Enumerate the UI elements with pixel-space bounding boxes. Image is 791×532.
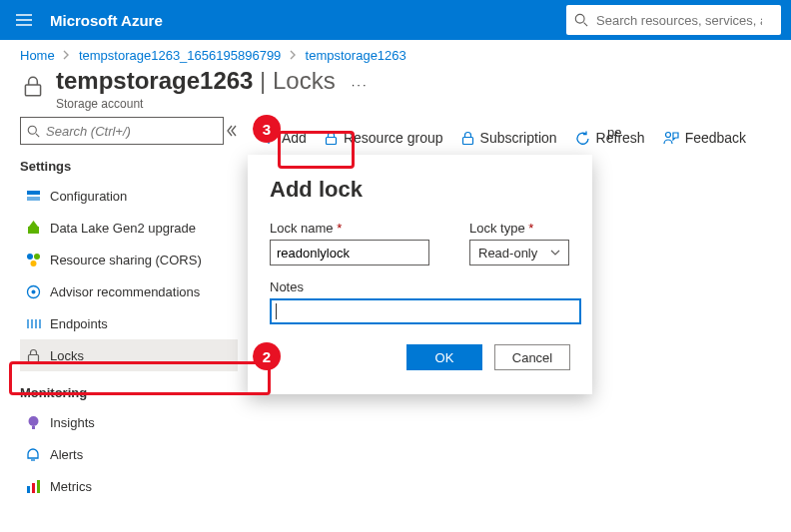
svg-rect-5 bbox=[25, 85, 40, 96]
svg-rect-26 bbox=[32, 483, 35, 493]
notes-label: Notes bbox=[270, 279, 570, 294]
sidebar-item-locks[interactable]: Locks bbox=[20, 339, 238, 371]
sidebar-search-input[interactable] bbox=[44, 123, 217, 140]
brand-label: Microsoft Azure bbox=[50, 12, 163, 29]
breadcrumb: Home tempstorage1263_1656195896799 temps… bbox=[0, 40, 791, 67]
global-search-input[interactable] bbox=[594, 12, 764, 29]
chevron-down-icon bbox=[550, 250, 560, 256]
callout-badge-2: 2 bbox=[253, 342, 281, 370]
alerts-icon bbox=[22, 447, 44, 461]
svg-point-3 bbox=[575, 14, 584, 23]
main-content: Add Resource group Subscription Refresh … bbox=[238, 117, 791, 502]
svg-rect-21 bbox=[28, 354, 38, 361]
svg-point-14 bbox=[30, 261, 36, 266]
subscription-button[interactable]: Subscription bbox=[461, 130, 557, 146]
svg-marker-11 bbox=[29, 221, 38, 227]
search-icon bbox=[27, 125, 40, 138]
sidebar-item-cors[interactable]: Resource sharing (CORS) bbox=[20, 244, 238, 275]
svg-point-22 bbox=[28, 416, 38, 426]
cancel-button[interactable]: Cancel bbox=[494, 344, 570, 370]
sidebar-item-label: Data Lake Gen2 upgrade bbox=[50, 221, 196, 236]
sidebar-item-label: Insights bbox=[50, 415, 95, 430]
collapse-sidebar-icon[interactable] bbox=[226, 117, 238, 145]
resource-sidebar: Settings Configuration Data Lake Gen2 up… bbox=[20, 117, 238, 502]
sidebar-item-alerts[interactable]: Alerts bbox=[20, 438, 238, 470]
lockname-label: Lock name * bbox=[270, 221, 429, 236]
feedback-button[interactable]: Feedback bbox=[663, 130, 746, 146]
lock-icon bbox=[325, 131, 338, 146]
lock-icon bbox=[461, 131, 474, 146]
sidebar-item-endpoints[interactable]: Endpoints bbox=[20, 307, 238, 339]
page-title-row: tempstorage1263 | Locks Storage account … bbox=[0, 67, 791, 117]
type-column-hint: pe bbox=[607, 125, 621, 140]
svg-rect-25 bbox=[27, 486, 30, 493]
search-icon bbox=[574, 13, 588, 27]
svg-rect-27 bbox=[37, 480, 40, 493]
svg-point-13 bbox=[34, 254, 40, 260]
sidebar-item-label: Configuration bbox=[50, 189, 127, 204]
sidebar-item-insights[interactable]: Insights bbox=[20, 406, 238, 438]
ok-button[interactable]: OK bbox=[406, 344, 482, 370]
svg-line-4 bbox=[584, 23, 588, 27]
advisor-icon bbox=[22, 284, 44, 299]
lock-icon bbox=[22, 348, 44, 363]
sidebar-item-label: Advisor recommendations bbox=[50, 284, 200, 299]
sidebar-item-label: Locks bbox=[50, 348, 84, 363]
svg-point-12 bbox=[27, 254, 33, 260]
hamburger-icon[interactable] bbox=[10, 14, 38, 26]
breadcrumb-leaf[interactable]: tempstorage1263 bbox=[306, 48, 406, 63]
sidebar-item-configuration[interactable]: Configuration bbox=[20, 180, 238, 212]
lock-icon bbox=[20, 73, 46, 102]
section-header-settings: Settings bbox=[20, 159, 238, 174]
svg-point-32 bbox=[665, 133, 670, 138]
svg-point-16 bbox=[31, 289, 35, 293]
svg-line-7 bbox=[36, 133, 39, 136]
breadcrumb-home[interactable]: Home bbox=[20, 48, 55, 63]
sidebar-item-advisor[interactable]: Advisor recommendations bbox=[20, 275, 238, 307]
metrics-icon bbox=[22, 480, 44, 493]
svg-rect-31 bbox=[462, 137, 472, 144]
azure-topbar: Microsoft Azure bbox=[0, 0, 791, 40]
locks-toolbar: Add Resource group Subscription Refresh … bbox=[262, 117, 791, 157]
sidebar-item-label: Resource sharing (CORS) bbox=[50, 253, 202, 267]
lockname-input[interactable] bbox=[270, 240, 429, 266]
chevron-right-icon bbox=[290, 48, 297, 63]
sidebar-item-label: Metrics bbox=[50, 479, 92, 494]
panel-heading: Add lock bbox=[270, 177, 570, 203]
breadcrumb-parent[interactable]: tempstorage1263_1656195896799 bbox=[79, 48, 281, 63]
sidebar-item-label: Endpoints bbox=[50, 316, 108, 331]
endpoints-icon bbox=[22, 317, 44, 330]
svg-point-6 bbox=[28, 126, 36, 134]
sidebar-item-datalake-upgrade[interactable]: Data Lake Gen2 upgrade bbox=[20, 212, 238, 244]
notes-input[interactable] bbox=[270, 298, 581, 324]
sidebar-item-metrics[interactable]: Metrics bbox=[20, 470, 238, 502]
svg-rect-8 bbox=[27, 191, 40, 195]
svg-rect-23 bbox=[32, 426, 35, 429]
sidebar-item-label: Alerts bbox=[50, 447, 83, 462]
chevron-right-icon bbox=[63, 48, 70, 63]
page-subtitle: Storage account bbox=[56, 97, 336, 111]
svg-rect-10 bbox=[28, 227, 39, 234]
upgrade-icon bbox=[22, 221, 44, 235]
add-lock-panel: Add lock Lock name * Lock type * Read-on… bbox=[248, 155, 592, 394]
svg-rect-9 bbox=[27, 197, 40, 201]
feedback-icon bbox=[663, 131, 679, 145]
svg-rect-30 bbox=[326, 137, 336, 144]
global-search[interactable] bbox=[566, 5, 781, 35]
locktype-select[interactable]: Read-only bbox=[469, 240, 569, 266]
insights-icon bbox=[22, 415, 44, 430]
sidebar-search[interactable] bbox=[20, 117, 224, 145]
cors-icon bbox=[22, 253, 44, 267]
page-title: tempstorage1263 | Locks bbox=[56, 67, 336, 95]
refresh-icon bbox=[575, 131, 590, 146]
resource-group-button[interactable]: Resource group bbox=[325, 130, 443, 146]
locktype-label: Lock type * bbox=[469, 221, 569, 236]
configuration-icon bbox=[22, 190, 44, 202]
more-actions-icon[interactable]: ··· bbox=[352, 77, 369, 92]
section-header-monitoring: Monitoring bbox=[20, 385, 238, 400]
callout-badge-3: 3 bbox=[253, 115, 281, 143]
